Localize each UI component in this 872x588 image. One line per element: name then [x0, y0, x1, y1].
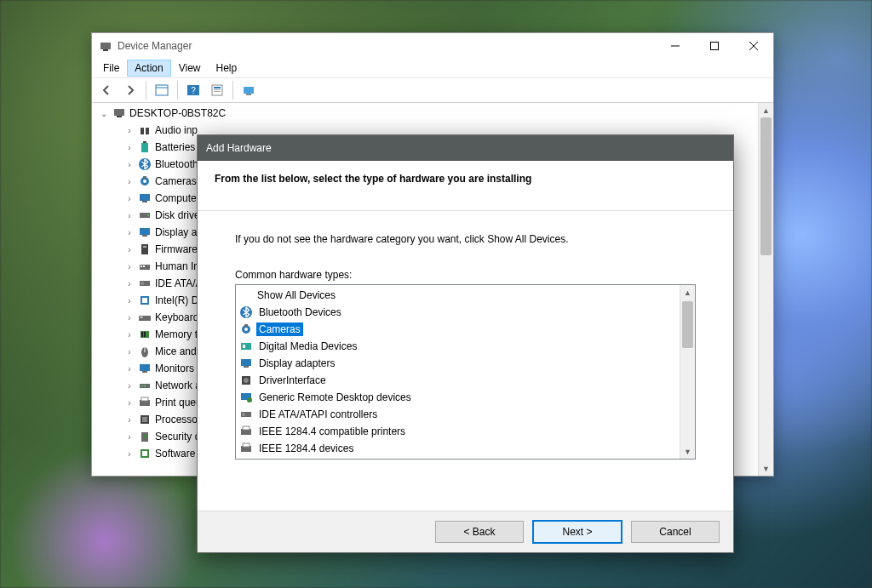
- dm-menubar: File Action View Help: [92, 59, 773, 78]
- chevron-right-icon[interactable]: ›: [124, 245, 135, 254]
- toolbar-forward-button[interactable]: [119, 79, 141, 101]
- svg-rect-15: [117, 116, 122, 117]
- scroll-thumb[interactable]: [760, 117, 772, 255]
- dm-titlebar[interactable]: Device Manager: [92, 33, 773, 59]
- device-category-icon: [138, 208, 152, 222]
- svg-point-71: [247, 397, 252, 402]
- tree-category-label: Memory t: [155, 328, 198, 340]
- hardware-type-item[interactable]: Cameras: [236, 321, 680, 338]
- tree-category-label: Audio inp: [155, 124, 198, 136]
- hardware-type-item[interactable]: Show All Devices: [236, 287, 680, 304]
- device-category-icon: [138, 413, 152, 426]
- menu-view[interactable]: View: [171, 60, 209, 77]
- svg-point-27: [147, 214, 149, 216]
- menu-help[interactable]: Help: [209, 60, 245, 77]
- tree-root[interactable]: ⌄ DESKTOP-0BST82C: [99, 106, 758, 120]
- close-button[interactable]: [734, 33, 773, 59]
- menu-file[interactable]: File: [95, 60, 127, 77]
- chevron-right-icon[interactable]: ›: [124, 228, 135, 237]
- scroll-up-icon[interactable]: ▲: [759, 103, 773, 117]
- scroll-up-icon[interactable]: ▲: [680, 285, 695, 300]
- scroll-down-icon[interactable]: ▼: [759, 461, 773, 476]
- svg-point-57: [143, 435, 146, 438]
- svg-point-50: [141, 385, 143, 387]
- computer-icon: [112, 106, 126, 120]
- chevron-right-icon[interactable]: ›: [124, 177, 135, 186]
- maximize-button[interactable]: [695, 33, 734, 59]
- hardware-type-item[interactable]: IEEE 1284.4 compatible printers: [236, 423, 680, 440]
- svg-rect-66: [241, 359, 251, 366]
- hardware-type-list[interactable]: Show All DevicesBluetooth DevicesCameras…: [235, 284, 696, 460]
- svg-rect-65: [243, 345, 245, 348]
- chevron-right-icon[interactable]: ›: [124, 364, 135, 374]
- chevron-right-icon[interactable]: ›: [124, 143, 135, 152]
- cancel-button[interactable]: Cancel: [631, 521, 720, 543]
- toolbar-show-hide-button[interactable]: [151, 79, 173, 101]
- device-manager-icon: [99, 39, 112, 53]
- hardware-type-item[interactable]: Display adapters: [236, 355, 680, 372]
- chevron-right-icon[interactable]: ›: [124, 347, 135, 357]
- chevron-right-icon[interactable]: ›: [124, 449, 135, 459]
- hardware-type-item[interactable]: IEEE 1284.4 devices: [236, 440, 680, 457]
- chevron-right-icon[interactable]: ›: [124, 194, 135, 203]
- svg-rect-36: [141, 282, 144, 285]
- svg-point-69: [244, 378, 249, 383]
- hardware-type-icon: [239, 323, 253, 336]
- chevron-right-icon[interactable]: ›: [124, 330, 135, 340]
- tree-category-label: Network a: [155, 380, 201, 391]
- chevron-right-icon[interactable]: ›: [124, 211, 135, 220]
- hardware-type-item[interactable]: Digital Media Devices: [236, 338, 680, 355]
- tree-category-label: Human In: [155, 260, 199, 272]
- chevron-right-icon[interactable]: ›: [124, 296, 135, 305]
- device-category-icon: [138, 379, 152, 392]
- chevron-right-icon[interactable]: ›: [124, 262, 135, 271]
- dm-title: Device Manager: [118, 40, 192, 52]
- svg-rect-13: [246, 94, 251, 95]
- hardware-type-item[interactable]: IDE ATA/ATAPI controllers: [236, 406, 680, 423]
- chevron-right-icon[interactable]: ›: [124, 432, 135, 442]
- scroll-thumb[interactable]: [682, 301, 693, 348]
- toolbar-properties-button[interactable]: [206, 79, 228, 101]
- chevron-down-icon[interactable]: ⌄: [99, 109, 109, 118]
- device-category-icon: [138, 311, 152, 324]
- svg-rect-64: [241, 343, 251, 350]
- chevron-right-icon[interactable]: ›: [124, 279, 135, 288]
- svg-rect-63: [244, 324, 248, 327]
- svg-point-62: [244, 328, 248, 331]
- chevron-right-icon[interactable]: ›: [124, 313, 135, 323]
- svg-point-51: [144, 385, 146, 387]
- hardware-type-item[interactable]: DriverInterface: [236, 372, 680, 389]
- svg-point-22: [143, 180, 146, 183]
- scroll-down-icon[interactable]: ▼: [680, 444, 695, 459]
- wizard-titlebar[interactable]: Add Hardware: [198, 135, 733, 161]
- toolbar-help-button[interactable]: ?: [182, 79, 204, 101]
- svg-rect-3: [711, 43, 719, 50]
- dm-scrollbar[interactable]: ▲ ▼: [758, 103, 773, 476]
- chevron-right-icon[interactable]: ›: [124, 398, 135, 408]
- chevron-right-icon[interactable]: ›: [124, 160, 135, 169]
- hardware-type-item[interactable]: Generic Remote Desktop devices: [236, 389, 680, 406]
- tree-category-label: Monitors: [155, 363, 194, 374]
- hardware-type-item[interactable]: Bluetooth Devices: [236, 304, 680, 321]
- hardware-type-label: Cameras: [256, 323, 303, 336]
- chevron-right-icon[interactable]: ›: [124, 415, 135, 425]
- wizard-header: From the list below, select the type of …: [198, 161, 733, 211]
- chevron-right-icon[interactable]: ›: [124, 126, 135, 135]
- hardware-type-label: Show All Devices: [255, 288, 338, 302]
- back-button[interactable]: < Back: [435, 521, 524, 543]
- svg-rect-73: [242, 413, 245, 416]
- device-category-icon: [138, 157, 152, 171]
- wizard-footer: < Back Next > Cancel: [198, 511, 733, 552]
- device-category-icon: [138, 430, 152, 443]
- svg-rect-30: [141, 244, 148, 254]
- wizard-scrollbar[interactable]: ▲ ▼: [680, 285, 695, 459]
- svg-rect-59: [142, 451, 147, 456]
- toolbar-back-button[interactable]: [95, 79, 118, 101]
- wizard-hint: If you do not see the hardware category …: [235, 233, 696, 245]
- toolbar-scan-button[interactable]: [238, 79, 260, 101]
- menu-action[interactable]: Action: [127, 60, 170, 77]
- chevron-right-icon[interactable]: ›: [124, 381, 135, 391]
- svg-rect-11: [214, 91, 221, 92]
- minimize-button[interactable]: [656, 33, 695, 59]
- next-button[interactable]: Next >: [532, 520, 622, 544]
